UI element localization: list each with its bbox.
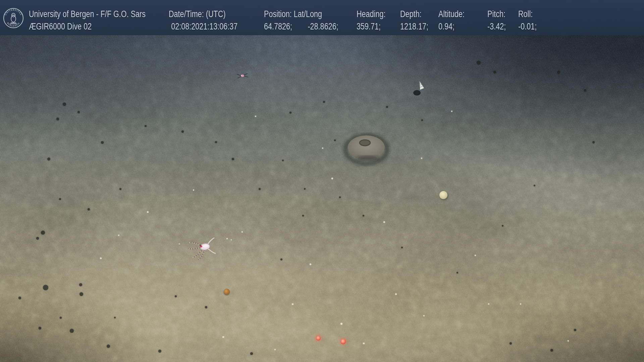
sediment-light-speck: [475, 255, 476, 256]
sediment-dark-speck: [592, 141, 595, 143]
svg-text:BERGENSIS: BERGENSIS: [7, 22, 20, 27]
sediment-dark-speck: [386, 106, 388, 108]
pitch-value: -3.42;: [487, 20, 506, 33]
sediment-light-speck: [226, 238, 228, 239]
roll-value: -0.01;: [518, 20, 537, 33]
sediment-dark-speck: [493, 71, 496, 73]
laser-scale-dot: [340, 339, 346, 344]
sediment-light-speck: [451, 111, 452, 112]
telemetry-overlay-bar: UNIVERSITAS BERGENSIS University of Berg…: [0, 0, 644, 35]
seafloor-video: [0, 0, 644, 362]
sediment-dark-speck: [574, 329, 576, 331]
sediment-dark-speck: [304, 188, 306, 190]
datetime-label: Date/Time: (UTC): [169, 8, 237, 20]
pitch-label: Pitch:: [487, 8, 506, 20]
sediment-light-speck: [395, 293, 397, 295]
sediment-mound: [331, 127, 405, 177]
telemetry-roll: Roll: -0.01;: [518, 8, 537, 33]
sediment-dark-speck: [107, 345, 110, 348]
telemetry-position: Position: Lat/Long 64.7826; -28.8626;: [264, 8, 338, 33]
sediment-dark-speck: [47, 158, 50, 161]
sediment-dark-speck: [557, 71, 560, 74]
telemetry-depth: Depth: 1218.17;: [400, 8, 428, 33]
sediment-light-speck: [488, 303, 489, 305]
sediment-dark-speck: [280, 258, 282, 260]
sediment-dark-speck: [282, 160, 284, 161]
telemetry-heading: Heading: 359.71;: [357, 8, 385, 33]
sediment-dark-speck: [584, 89, 586, 92]
seal-bottom-text: BERGENSIS: [7, 22, 20, 27]
sediment-light-speck: [383, 221, 385, 223]
seal-top-text: UNIVERSITAS: [4, 8, 22, 15]
sediment-dark-speck: [550, 349, 553, 352]
sediment-light-speck: [222, 336, 224, 338]
sediment-light-speck: [423, 315, 425, 316]
sediment-dark-speck: [250, 352, 253, 355]
sediment-dark-speck: [334, 139, 336, 141]
sediment-dark-speck: [119, 188, 121, 190]
sediment-light-speck: [363, 343, 365, 344]
sediment-dark-speck: [289, 112, 291, 114]
sediment-dark-speck: [205, 306, 207, 308]
telemetry-altitude: Altitude: 0.94;: [438, 8, 465, 33]
sediment-light-speck: [241, 231, 243, 233]
depth-label: Depth:: [400, 8, 428, 20]
sediment-dark-speck: [457, 272, 458, 274]
sediment-dark-speck: [101, 141, 104, 144]
university-of-bergen-seal-logo: UNIVERSITAS BERGENSIS: [3, 7, 24, 29]
depth-value: 1218.17;: [400, 20, 428, 33]
sediment-dark-speck: [36, 237, 39, 240]
feed-identification: University of Bergen - F/F G.O. Sars ÆGI…: [29, 8, 146, 33]
sediment-light-speck: [118, 235, 119, 236]
sediment-dark-speck: [18, 297, 21, 299]
sediment-dark-speck: [302, 215, 304, 217]
sediment-light-speck: [520, 303, 521, 305]
sediment-dark-speck: [401, 247, 403, 248]
altitude-label: Altitude:: [438, 8, 465, 20]
latitude-value: 64.7826;: [264, 20, 308, 33]
sediment-dark-speck: [79, 292, 83, 296]
sediment-dark-speck: [158, 350, 161, 353]
sediment-dark-speck: [39, 327, 41, 329]
sediment-dark-speck: [43, 285, 48, 290]
sediment-light-speck: [193, 189, 194, 191]
sediment-dark-speck: [60, 317, 62, 319]
telemetry-pitch: Pitch: -3.42;: [487, 8, 506, 33]
sediment-light-speck: [322, 147, 323, 149]
heading-value: 359.71;: [357, 20, 385, 33]
small-pink-crab: [235, 71, 250, 80]
pale-ball-object: [439, 191, 447, 199]
datetime-value: 02:08:2021:13:06:37: [169, 20, 237, 33]
altitude-value: 0.94;: [438, 20, 465, 33]
laser-scale-dot: [316, 336, 321, 341]
sediment-light-speck: [331, 178, 333, 179]
sediment-dark-speck: [339, 196, 341, 198]
sediment-light-speck: [421, 158, 422, 159]
sediment-light-speck: [274, 349, 276, 350]
sediment-light-speck: [292, 303, 293, 305]
sediment-light-speck: [568, 340, 569, 342]
sediment-dark-speck: [509, 342, 512, 345]
position-label: Position: Lat/Long: [264, 8, 338, 20]
roll-label: Roll:: [518, 8, 537, 20]
sediment-dark-speck: [181, 130, 184, 133]
sediment-dark-speck: [145, 125, 147, 127]
owl-seal-icon: [10, 13, 17, 24]
sediment-light-speck: [231, 239, 232, 240]
sediment-light-speck: [340, 323, 342, 325]
sediment-dark-speck: [79, 283, 82, 286]
squat-lobster: [185, 230, 222, 263]
sediment-dark-speck: [363, 215, 364, 217]
sediment-dark-speck: [63, 103, 66, 106]
sediment-dark-speck: [114, 317, 116, 318]
sediment-dark-speck: [534, 185, 535, 186]
telemetry-datetime: Date/Time: (UTC) 02:08:2021:13:06:37: [169, 8, 237, 33]
sediment-light-speck: [100, 257, 102, 259]
rov-video-frame: UNIVERSITAS BERGENSIS University of Berg…: [0, 0, 644, 362]
sediment-dark-speck: [175, 295, 177, 297]
sediment-dark-speck: [70, 329, 74, 333]
sediment-dark-speck: [215, 141, 217, 143]
sediment-dark-speck: [259, 188, 261, 190]
sediment-dark-speck: [41, 231, 45, 235]
sediment-dark-speck: [232, 158, 234, 160]
